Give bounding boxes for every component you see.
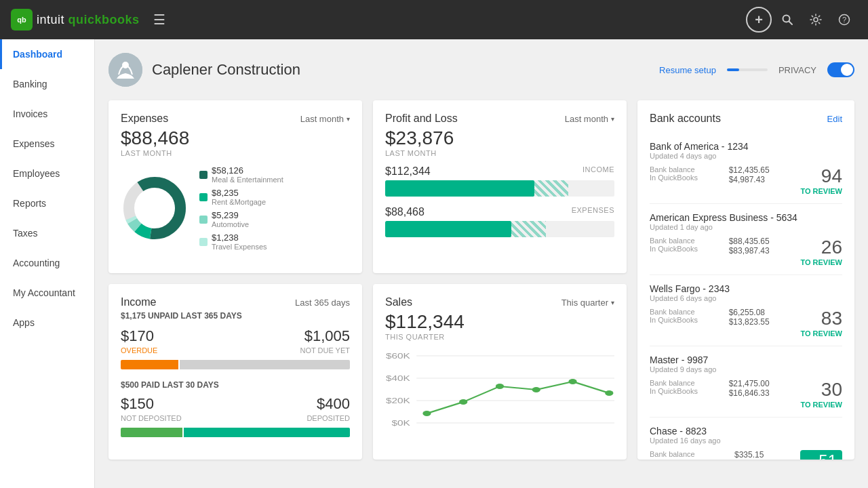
logo-text: intuit quickbooks [37, 13, 140, 27]
company-header: Caplener Construction Resume setup PRIVA… [108, 53, 854, 87]
svg-point-23 [422, 411, 431, 416]
bank-to-review-2[interactable]: TO REVIEW [800, 329, 842, 338]
sidebar: Dashboard Banking Invoices Expenses Empl… [0, 39, 95, 488]
bank-account-1: American Express Business - 5634 Updated… [650, 204, 842, 275]
bank-card-header: Bank accounts Edit [650, 113, 842, 125]
sales-sublabel: THIS QUARTER [385, 333, 614, 341]
pl-income-label: INCOME [583, 165, 614, 178]
setup-progress-bar [727, 68, 768, 71]
bank-balances-4: Bank balance In QuickBooks $335.15 $212.… [650, 450, 842, 460]
topnav-icons: + ? [746, 7, 857, 33]
help-button[interactable]: ? [831, 7, 857, 33]
pl-expenses-bar-solid [385, 221, 511, 237]
bank-to-review-1[interactable]: TO REVIEW [800, 258, 842, 266]
pl-bars: $112,344 INCOME $88,468 EXPENSES [385, 165, 614, 237]
expenses-period[interactable]: Last month ▾ [300, 114, 350, 124]
settings-button[interactable] [803, 7, 829, 33]
logo-area: qb intuit quickbooks [11, 9, 140, 30]
income-deposited-bar [121, 428, 350, 437]
income-paid-row: $150 $400 [121, 395, 350, 413]
main-content: Caplener Construction Resume setup PRIVA… [95, 39, 868, 488]
sidebar-item-invoices[interactable]: Invoices [0, 99, 94, 129]
svg-point-8 [122, 62, 129, 68]
search-button[interactable] [774, 7, 800, 33]
add-button[interactable]: + [746, 7, 772, 33]
svg-text:$0K: $0K [392, 420, 411, 428]
bank-review-count-2: 83 [800, 308, 842, 329]
legend-item-0: $58,126 Meal & Entertainment [199, 165, 283, 184]
bank-review-2: 83 TO REVIEW [800, 308, 842, 338]
bank-account-updated-4: Updated 16 days ago [650, 436, 842, 445]
income-bar-teal [184, 428, 350, 437]
pl-income-row: $112,344 INCOME [385, 165, 614, 197]
bank-account-updated-1: Updated 1 day ago [650, 223, 842, 231]
pl-amount: $23,876 [385, 127, 614, 149]
income-overdue-row: $170 $1,005 [121, 327, 350, 345]
bank-card-title: Bank accounts [650, 113, 721, 125]
bank-balance-label-1: Bank balance In QuickBooks [650, 237, 698, 253]
bank-balance-values-3: $21,475.00 $16,846.33 [729, 379, 770, 398]
pl-expenses-label: EXPENSES [572, 206, 614, 218]
resume-setup-link[interactable]: Resume setup [659, 65, 716, 75]
sidebar-item-dashboard[interactable]: Dashboard [0, 39, 94, 69]
bank-account-name-4: Chase - 8823 [650, 426, 842, 436]
bank-balance-label-0: Bank balance In QuickBooks [650, 165, 698, 182]
sidebar-item-employees[interactable]: Employees [0, 159, 94, 188]
pl-income-bar-solid [385, 180, 534, 197]
legend-dot-0 [199, 171, 208, 179]
sales-title: Sales [385, 296, 412, 308]
sidebar-item-my-accountant[interactable]: My Accountant [0, 278, 94, 308]
expenses-donut-chart [121, 174, 189, 242]
svg-point-26 [532, 387, 540, 392]
privacy-toggle[interactable] [827, 62, 854, 77]
bank-account-updated-3: Updated 9 days ago [650, 365, 842, 373]
bank-review-count-3: 30 [800, 379, 842, 401]
sidebar-item-apps[interactable]: Apps [0, 308, 94, 338]
svg-line-3 [789, 22, 793, 25]
bank-account-0: Bank of America - 1234 Updated 4 days ag… [650, 133, 842, 204]
company-name: Caplener Construction [152, 61, 300, 79]
expenses-body: $58,126 Meal & Entertainment $8,235 Rent… [121, 165, 350, 251]
svg-text:qb: qb [17, 16, 26, 24]
svg-text:$20K: $20K [386, 397, 410, 405]
sidebar-item-expenses[interactable]: Expenses [0, 129, 94, 159]
bank-account-name-0: Bank of America - 1234 [650, 141, 842, 152]
sidebar-item-reports[interactable]: Reports [0, 188, 94, 218]
sales-card: Sales This quarter ▾ $112,344 THIS QUART… [373, 284, 627, 460]
legend-item-3: $1,238 Travel Expenses [199, 232, 283, 251]
income-bar-gray [180, 360, 351, 369]
bank-account-name-1: American Express Business - 5634 [650, 212, 842, 223]
svg-point-24 [459, 399, 467, 405]
expenses-amount: $88,468 [121, 127, 350, 149]
pl-expenses-value: $88,468 [385, 206, 425, 218]
bank-edit-link[interactable]: Edit [827, 114, 842, 124]
bank-review-count-1: 26 [800, 237, 842, 258]
sidebar-item-banking[interactable]: Banking [0, 69, 94, 99]
bank-balance-label-2: Bank balance In QuickBooks [650, 308, 698, 324]
bank-to-review-3[interactable]: TO REVIEW [800, 401, 842, 409]
income-overdue-amount: $170 [121, 327, 154, 345]
sales-card-header: Sales This quarter ▾ [385, 296, 614, 308]
hamburger-menu[interactable]: ☰ [153, 12, 165, 28]
sales-chart: $60K $40K $20K $0K [385, 349, 614, 430]
bank-balance-values-0: $12,435.65 $4,987.43 [729, 165, 770, 184]
bank-balance-label-3: Bank balance In QuickBooks [650, 379, 698, 395]
svg-point-28 [605, 390, 613, 396]
top-navigation: qb intuit quickbooks ☰ + ? [0, 0, 868, 39]
bank-review-count-4: 51 [800, 450, 842, 460]
sidebar-item-taxes[interactable]: Taxes [0, 218, 94, 248]
legend-item-1: $8,235 Rent &Mortgage [199, 188, 283, 206]
bank-to-review-0[interactable]: TO REVIEW [800, 187, 842, 195]
svg-point-14 [136, 189, 174, 227]
income-period[interactable]: Last 365 days [295, 298, 350, 308]
bank-balances-1: Bank balance In QuickBooks $88,435.65 $8… [650, 237, 842, 266]
income-paid-label: $500 PAID LAST 30 DAYS [121, 380, 350, 390]
legend-dot-3 [199, 238, 208, 246]
sales-period[interactable]: This quarter ▾ [561, 298, 614, 308]
sidebar-item-accounting[interactable]: Accounting [0, 248, 94, 278]
bank-account-updated-0: Updated 4 days ago [650, 152, 842, 160]
bank-account-name-2: Wells Fargo - 2343 [650, 283, 842, 294]
pl-period[interactable]: Last month ▾ [565, 114, 614, 124]
expenses-sublabel: LAST MONTH [121, 149, 350, 157]
expenses-legend: $58,126 Meal & Entertainment $8,235 Rent… [199, 165, 283, 251]
